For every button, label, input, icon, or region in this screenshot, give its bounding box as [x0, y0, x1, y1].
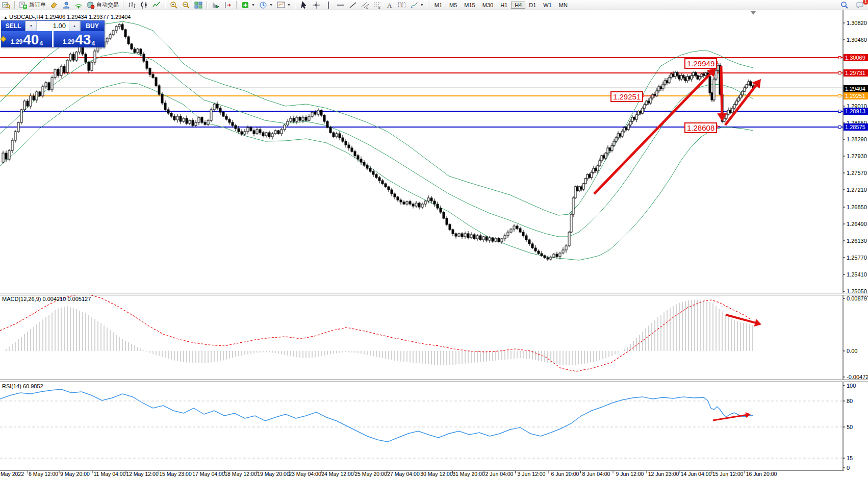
buy-price-big: 43 — [75, 34, 91, 46]
candle-body — [688, 77, 691, 79]
candle-body — [48, 83, 50, 90]
candle-body — [342, 138, 344, 141]
level-anchor-handle[interactable] — [838, 95, 841, 97]
price-axis-tick: 1.26850 — [847, 204, 867, 210]
time-axis-label[interactable]: 11 May 04:00 — [94, 471, 126, 477]
candle-body — [27, 101, 29, 106]
level-anchor-handle[interactable] — [838, 57, 841, 59]
candle-body — [498, 238, 500, 242]
sell-price-display[interactable]: 1.29 40 4 — [2, 31, 52, 47]
time-axis-label[interactable]: 17 May 04:00 — [192, 471, 225, 477]
candle-body — [155, 78, 157, 86]
candle-body — [91, 62, 93, 70]
time-axis-label[interactable]: 12 Jun 23:00 — [648, 471, 679, 477]
time-axis-label[interactable]: 27 May 04:00 — [387, 471, 420, 477]
candle-body — [72, 54, 74, 60]
time-axis-label[interactable]: 30 May 12:00 — [420, 471, 453, 477]
chart-canvas[interactable]: 1.308201.304601.290101.286501.282901.279… — [0, 0, 868, 478]
time-axis-label[interactable]: 19 May 20:00 — [257, 471, 290, 477]
price-callout-1.29949[interactable]: 1.29949 — [684, 58, 717, 69]
time-axis-label[interactable]: 9 May 20:00 — [60, 471, 90, 477]
candle-body — [2, 153, 4, 162]
time-axis-label[interactable]: 9 Jun 12:00 — [616, 471, 644, 477]
macd-axis-tick: 0.00 — [847, 348, 857, 354]
buy-button[interactable]: BUY — [81, 21, 104, 31]
time-axis-label[interactable]: 6 Jun 20:00 — [551, 471, 579, 477]
candle-body — [593, 168, 595, 172]
time-axis-label[interactable]: May 2022 — [1, 471, 24, 477]
candle-body — [605, 153, 607, 158]
candle-body — [547, 258, 549, 259]
price-axis-tick: 1.27570 — [847, 170, 867, 176]
volume-increase-button[interactable]: ▲ — [69, 21, 80, 31]
candle-body — [461, 234, 463, 237]
time-axis-label[interactable]: 2 Jun 04:00 — [486, 471, 514, 477]
candle-body — [400, 200, 402, 202]
candle-body — [737, 98, 739, 101]
candle-body — [455, 234, 457, 236]
time-axis-label[interactable]: 8 Jun 04:00 — [582, 471, 610, 477]
volume-input[interactable]: 1.00 — [37, 21, 69, 31]
candle-body — [167, 110, 169, 113]
candle-body — [693, 72, 695, 76]
candle-body — [668, 78, 670, 83]
time-axis-label[interactable]: 18 May 12:00 — [224, 471, 257, 477]
candle-body — [357, 156, 359, 159]
price-callout-1.28608[interactable]: 1.28608 — [684, 122, 717, 133]
time-axis-label[interactable]: 6 May 12:00 — [29, 471, 58, 477]
candle-body — [333, 133, 335, 137]
candle-body — [20, 110, 22, 122]
candle-body — [241, 132, 243, 134]
rsi-panel-splitter[interactable] — [0, 380, 868, 382]
macd-axis-tick: 0.008797 — [847, 295, 868, 301]
annotation-arrow-line[interactable] — [721, 66, 722, 113]
candle-body — [452, 230, 454, 234]
time-axis-label[interactable]: 14 Jun 04:00 — [681, 471, 712, 477]
time-axis-label[interactable]: 31 May 20:00 — [452, 471, 485, 477]
time-axis-label[interactable]: 23 May 04:00 — [289, 471, 321, 477]
candle-body — [421, 204, 423, 207]
candle-body — [715, 70, 717, 79]
candle-body — [544, 256, 546, 258]
candle-body — [656, 91, 658, 96]
price-axis-tick: 1.28290 — [847, 136, 867, 142]
candle-body — [271, 134, 273, 137]
time-axis-label[interactable]: 12 May 12:00 — [126, 471, 159, 477]
candle-body — [717, 65, 719, 70]
price-callout-1.29251[interactable]: 1.29251 — [610, 91, 643, 102]
candle-body — [635, 115, 637, 119]
price-axis-tick: 1.25410 — [847, 271, 867, 278]
time-axis-label[interactable]: 3 Jun 12:00 — [518, 471, 546, 477]
time-axis-label[interactable]: 24 May 12:00 — [321, 471, 354, 477]
candle-body — [672, 74, 674, 77]
volume-decrease-button[interactable]: ▼ — [25, 21, 37, 31]
candle-body — [538, 251, 540, 254]
level-anchor-handle[interactable] — [838, 110, 841, 113]
time-axis-label[interactable]: 16 Jun 20:00 — [746, 471, 777, 477]
candle-body — [599, 161, 601, 166]
macd-panel-splitter[interactable] — [0, 293, 868, 295]
candle-body — [250, 128, 252, 131]
candle-body — [580, 187, 582, 189]
candle-body — [418, 203, 420, 207]
time-axis-label[interactable]: 25 May 20:00 — [354, 471, 387, 477]
level-anchor-handle[interactable] — [838, 72, 841, 74]
candle-body — [613, 141, 615, 145]
candle-body — [627, 125, 629, 130]
rsi-axis-tick: 15 — [847, 455, 853, 461]
time-axis-label[interactable]: 15 Jun 12:00 — [712, 471, 744, 477]
buy-price-display[interactable]: 1.29 43 4 — [54, 31, 104, 47]
sell-button[interactable]: SELL — [2, 21, 25, 31]
rsi-axis-tick: 0 — [847, 465, 850, 471]
rsi-indicator-label: RSI(14) 60.9852 — [2, 383, 43, 389]
candle-body — [742, 91, 744, 95]
candle-body — [440, 208, 442, 212]
candle-body — [17, 122, 19, 132]
candle-body — [134, 49, 136, 53]
candle-body — [39, 92, 41, 96]
candle-body — [541, 254, 543, 256]
level-anchor-handle[interactable] — [838, 126, 841, 129]
candle-body — [36, 92, 38, 100]
time-axis-label[interactable]: 15 May 23:00 — [159, 471, 192, 477]
candle-body — [586, 174, 589, 179]
